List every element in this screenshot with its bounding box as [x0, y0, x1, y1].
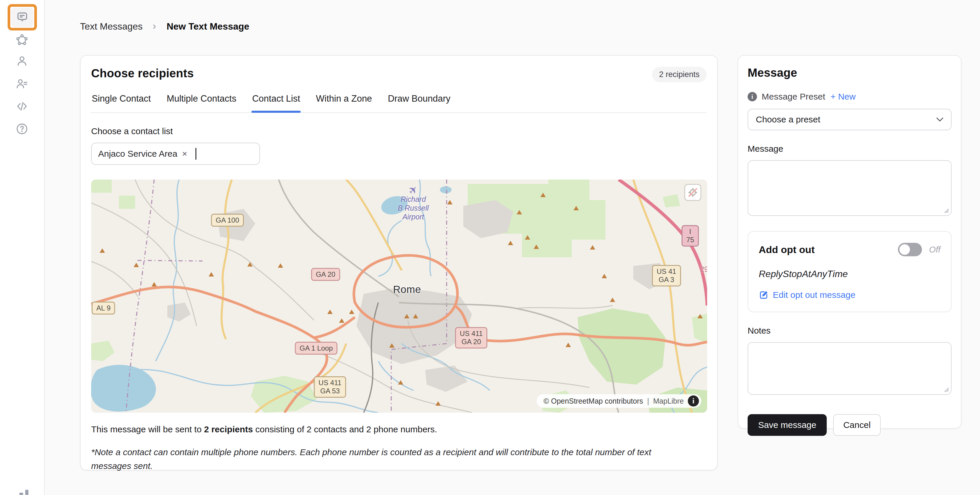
edit-pencil-icon	[759, 290, 769, 300]
choose-recipients-card: Choose recipients 2 recipients Single Co…	[80, 55, 718, 470]
sidebar-item-contacts[interactable]	[16, 55, 29, 68]
sidebar-item-zones[interactable]	[16, 33, 29, 46]
message-panel-title: Message	[748, 66, 951, 79]
attribution-info-icon[interactable]: i	[688, 395, 699, 406]
map-attribution: © OpenStreetMap contributors | MapLibre …	[536, 394, 701, 408]
attribution-maplibre[interactable]: MapLibre	[653, 397, 684, 405]
recipient-note: *Note a contact can contain multiple pho…	[91, 446, 692, 473]
message-textarea[interactable]	[748, 160, 951, 216]
breadcrumb: Text Messages New Text Message	[80, 21, 250, 32]
notes-field-label: Notes	[748, 326, 951, 336]
network-pentagon-icon	[16, 33, 29, 46]
route-shield: GA 20	[311, 268, 340, 281]
person-icon	[16, 55, 29, 68]
recipient-summary: This message will be sent to 2 recipient…	[91, 424, 706, 435]
tab-draw-boundary[interactable]: Draw Boundary	[387, 90, 451, 112]
opt-out-preset-name: ReplyStopAtAnyTime	[759, 268, 940, 279]
toggle-knob	[899, 244, 910, 255]
recipient-summary-count: 2 recipients	[204, 424, 253, 434]
opt-out-toggle[interactable]	[898, 243, 922, 256]
attribution-osm[interactable]: © OpenStreetMap contributors	[544, 397, 643, 405]
edit-opt-out-link[interactable]: Edit opt out message	[759, 290, 940, 300]
route-shield: US 411 GA 20	[455, 327, 487, 349]
route-shield: US 411 GA 53	[314, 376, 346, 398]
sidebar-item-contact-lists[interactable]	[16, 77, 29, 90]
edit-opt-out-label: Edit opt out message	[773, 290, 856, 300]
message-field-label: Message	[748, 144, 951, 154]
recipients-count-badge: 2 recipients	[652, 67, 706, 82]
breadcrumb-parent[interactable]: Text Messages	[80, 21, 142, 32]
route-shield: AL 9	[92, 302, 115, 314]
tab-single-contact[interactable]: Single Contact	[91, 90, 151, 112]
notes-textarea[interactable]	[748, 342, 951, 395]
map-locate-disabled-button[interactable]	[684, 184, 701, 201]
message-preset-label: Message Preset	[762, 92, 825, 102]
route-shield: I 75	[682, 225, 699, 247]
new-preset-link[interactable]: + New	[830, 92, 856, 102]
partial-route-label: 29	[700, 265, 707, 274]
page-title: New Text Message	[167, 21, 249, 32]
sidebar-bottom-partial-icon	[25, 490, 29, 495]
attribution-separator: |	[647, 397, 649, 405]
city-label-rome: Rome	[393, 284, 421, 295]
recipient-mode-tabs: Single Contact Multiple Contacts Contact…	[91, 90, 706, 113]
opt-out-title: Add opt out	[759, 244, 815, 255]
opt-out-state: Off	[929, 245, 940, 254]
route-shield: GA 100	[211, 214, 244, 227]
tab-multiple-contacts[interactable]: Multiple Contacts	[166, 90, 237, 112]
map-shield-layer: ✈ Richard B Russell Airport Rome 29 GA 1…	[91, 179, 707, 413]
sidebar-bottom-partial-icon	[19, 493, 23, 495]
help-circle-icon	[16, 122, 29, 135]
message-panel: Message i Message Preset + New Choose a …	[738, 55, 961, 429]
person-list-icon	[16, 77, 29, 90]
contact-list-input[interactable]: Anjaco Service Area ×	[91, 143, 260, 165]
airport-label: Richard B Russell Airport	[398, 195, 429, 221]
text-messages-active-button[interactable]	[11, 8, 33, 27]
chevron-right-icon	[150, 22, 159, 31]
chat-bubble-icon	[16, 11, 29, 24]
save-message-button[interactable]: Save message	[748, 414, 827, 436]
tab-contact-list[interactable]: Contact List	[251, 90, 301, 112]
map-canvas[interactable]: ✈ Richard B Russell Airport Rome 29 GA 1…	[91, 179, 707, 413]
preset-select[interactable]: Choose a preset	[748, 109, 951, 130]
preset-info-icon[interactable]: i	[748, 92, 757, 102]
text-cursor	[196, 148, 196, 160]
route-shield: GA 1 Loop	[295, 342, 337, 355]
chip-remove-icon[interactable]: ×	[182, 149, 187, 159]
sidebar-item-developer[interactable]	[16, 100, 29, 113]
locate-off-icon	[687, 187, 698, 198]
contact-list-label: Choose a contact list	[91, 126, 706, 136]
cancel-button[interactable]: Cancel	[833, 414, 880, 436]
sidebar-item-text-messages[interactable]	[8, 4, 37, 30]
code-icon	[16, 100, 29, 113]
sidebar	[0, 0, 45, 495]
contact-list-chip: Anjaco Service Area	[98, 149, 177, 159]
opt-out-card: Add opt out Off ReplyStopAtAnyTime Edit …	[748, 231, 951, 312]
tab-within-a-zone[interactable]: Within a Zone	[315, 90, 372, 112]
recipients-card-title: Choose recipients	[91, 67, 194, 80]
sidebar-item-help[interactable]	[16, 122, 29, 135]
preset-select-value: Choose a preset	[756, 114, 820, 124]
chevron-down-icon	[936, 117, 943, 122]
main-content: Text Messages New Text Message Choose re…	[45, 0, 980, 495]
route-shield: US 41 GA 3	[652, 265, 681, 286]
